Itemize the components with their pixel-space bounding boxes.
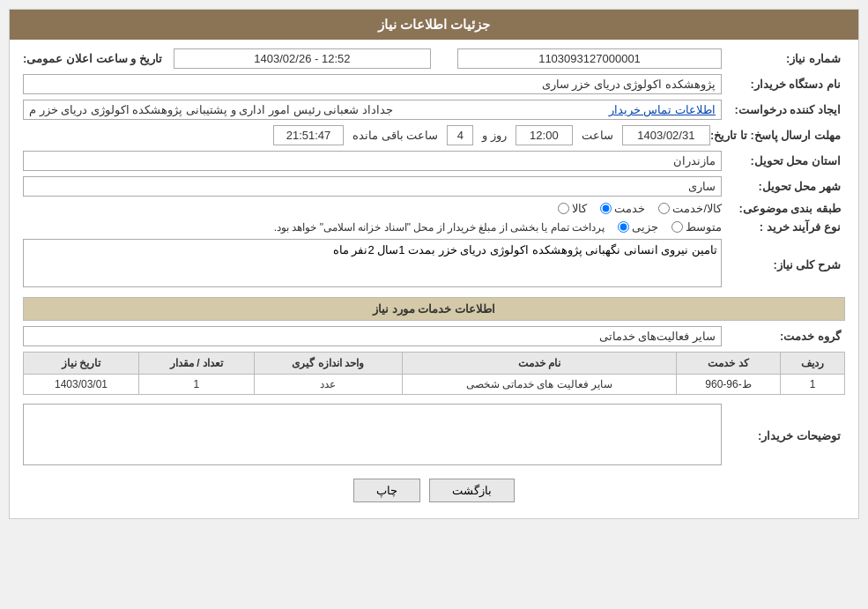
deadline-row: مهلت ارسال پاسخ: تا تاریخ: 1403/02/31 سا… bbox=[23, 125, 845, 145]
page-container: جزئیات اطلاعات نیاز شماره نیاز: 11030931… bbox=[0, 0, 868, 609]
col-name: نام خدمت bbox=[402, 353, 677, 375]
purchase-motovaset-label: متوسط bbox=[686, 220, 722, 234]
purchase-jozyi-item: جزیی bbox=[618, 220, 658, 234]
category-radio-group: کالا/خدمت خدمت کالا bbox=[23, 202, 722, 215]
buyer-notes-row: توضیحات خریدار: bbox=[23, 404, 845, 468]
button-row: بازگشت چاپ bbox=[23, 479, 845, 502]
need-number-label: شماره نیاز: bbox=[722, 52, 845, 65]
description-label: شرح کلی نیاز: bbox=[722, 258, 845, 271]
buyer-notes-label: توضیحات خریدار: bbox=[722, 429, 845, 442]
services-table-container: ردیف کد خدمت نام خدمت واحد اندازه گیری ت… bbox=[23, 352, 845, 395]
row-code: ط-96-960 bbox=[677, 375, 781, 395]
buyer-org-row: نام دستگاه خریدار: پژوهشکده اکولوژی دریا… bbox=[23, 74, 845, 94]
province-label: استان محل تحویل: bbox=[722, 154, 845, 167]
category-kala-label: کالا bbox=[572, 202, 587, 215]
purchase-type-section: متوسط جزیی پرداخت تمام یا بخشی از مبلغ خ… bbox=[23, 220, 722, 234]
table-head: ردیف کد خدمت نام خدمت واحد اندازه گیری ت… bbox=[24, 353, 845, 375]
creator-text: جداداد شعبانی رئیس امور اداری و پشتیبانی… bbox=[29, 103, 393, 116]
province-row: استان محل تحویل: مازندران bbox=[23, 151, 845, 171]
panel-body: شماره نیاز: 1103093127000001 1403/02/26 … bbox=[10, 40, 858, 518]
creator-input: اطلاعات تماس خریدار جداداد شعبانی رئیس ا… bbox=[23, 100, 722, 120]
col-row: ردیف bbox=[780, 353, 844, 375]
row-number: 1 bbox=[780, 375, 844, 395]
category-row: طبقه بندی موضوعی: کالا/خدمت خدمت کالا bbox=[23, 202, 845, 215]
col-code: کد خدمت bbox=[677, 353, 781, 375]
purchase-type-group: متوسط جزیی پرداخت تمام یا بخشی از مبلغ خ… bbox=[23, 220, 722, 234]
table-row: 1 ط-96-960 سایر فعالیت های خدماتی شخصی ع… bbox=[24, 375, 845, 395]
services-section-header: اطلاعات خدمات مورد نیاز bbox=[23, 297, 845, 321]
service-group-label: گروه خدمت: bbox=[722, 330, 845, 343]
buyer-notes-value bbox=[23, 404, 722, 468]
category-label: طبقه بندی موضوعی: bbox=[722, 202, 845, 215]
row-quantity: 1 bbox=[138, 375, 254, 395]
category-khadamat-radio[interactable] bbox=[600, 203, 612, 214]
purchase-motovaset-radio[interactable] bbox=[671, 221, 683, 233]
purchase-jozyi-radio[interactable] bbox=[618, 221, 629, 233]
deadline-time: 12:00 bbox=[516, 125, 573, 145]
purchase-type-row: نوع فرآیند خرید : متوسط جزیی پرداخت تمام… bbox=[23, 220, 845, 234]
creator-label: ایجاد کننده درخواست: bbox=[722, 103, 845, 116]
deadline-label: مهلت ارسال پاسخ: تا تاریخ: bbox=[710, 129, 845, 142]
col-date: تاریخ نیاز bbox=[24, 353, 139, 375]
service-group-input: سایر فعالیت‌های خدماتی bbox=[23, 326, 722, 346]
purchase-motovaset-item: متوسط bbox=[671, 220, 722, 234]
city-value: ساری bbox=[23, 176, 722, 197]
row-date: 1403/03/01 bbox=[24, 375, 139, 395]
creator-value: اطلاعات تماس خریدار جداداد شعبانی رئیس ا… bbox=[23, 100, 722, 120]
service-group-row: گروه خدمت: سایر فعالیت‌های خدماتی bbox=[23, 326, 845, 346]
purchase-type-label: نوع فرآیند خرید : bbox=[722, 220, 845, 234]
deadline-date: 1403/02/31 bbox=[622, 125, 710, 145]
announce-label: تاریخ و ساعت اعلان عمومی: bbox=[23, 52, 167, 65]
main-panel: جزئیات اطلاعات نیاز شماره نیاز: 11030931… bbox=[9, 9, 859, 519]
announce-section: 1403/02/26 - 12:52 تاریخ و ساعت اعلان عم… bbox=[23, 48, 431, 69]
city-input: ساری bbox=[23, 176, 722, 197]
announce-value: 1403/02/26 - 12:52 bbox=[174, 48, 431, 69]
province-input: مازندران bbox=[23, 151, 722, 171]
buyer-org-input: پژوهشکده اکولوژی دریای خزر ساری bbox=[23, 74, 722, 94]
row-unit: عدد bbox=[254, 375, 402, 395]
need-number-row: شماره نیاز: 1103093127000001 1403/02/26 … bbox=[23, 48, 845, 69]
deadline-section: 1403/02/31 ساعت 12:00 روز و 4 ساعت باقی … bbox=[23, 125, 710, 145]
service-group-value: سایر فعالیت‌های خدماتی bbox=[23, 326, 722, 346]
city-row: شهر محل تحویل: ساری bbox=[23, 176, 845, 197]
city-label: شهر محل تحویل: bbox=[722, 180, 845, 193]
buyer-notes-textarea[interactable] bbox=[23, 404, 722, 465]
need-number-value: 1103093127000001 bbox=[457, 48, 722, 69]
row-name: سایر فعالیت های خدماتی شخصی bbox=[402, 375, 677, 395]
creator-row: ایجاد کننده درخواست: اطلاعات تماس خریدار… bbox=[23, 100, 845, 120]
category-kala-khadamat-item: کالا/خدمت bbox=[658, 202, 722, 215]
deadline-days: 4 bbox=[447, 125, 473, 145]
deadline-remain-label: ساعت باقی مانده bbox=[352, 129, 438, 142]
category-kala-khadamat-radio[interactable] bbox=[658, 203, 670, 214]
category-kala-item: کالا bbox=[558, 202, 587, 215]
deadline-days-label: روز و bbox=[482, 129, 507, 142]
category-khadamat-label: خدمت bbox=[614, 202, 645, 215]
description-value bbox=[23, 239, 722, 290]
purchase-jozyi-label: جزیی bbox=[632, 220, 658, 234]
panel-header: جزئیات اطلاعات نیاز bbox=[10, 10, 858, 40]
deadline-remain: 21:51:47 bbox=[273, 125, 344, 145]
buyer-org-label: نام دستگاه خریدار: bbox=[722, 78, 845, 91]
table-header-row: ردیف کد خدمت نام خدمت واحد اندازه گیری ت… bbox=[24, 353, 845, 375]
province-value: مازندران bbox=[23, 151, 722, 171]
panel-title: جزئیات اطلاعات نیاز bbox=[378, 17, 490, 32]
category-kala-khadamat-label: کالا/خدمت bbox=[672, 202, 722, 215]
col-quantity: تعداد / مقدار bbox=[138, 353, 254, 375]
category-kala-radio[interactable] bbox=[558, 203, 569, 214]
col-unit: واحد اندازه گیری bbox=[254, 353, 402, 375]
description-textarea[interactable] bbox=[23, 239, 722, 287]
table-body: 1 ط-96-960 سایر فعالیت های خدماتی شخصی ع… bbox=[24, 375, 845, 395]
category-khadamat-item: خدمت bbox=[600, 202, 645, 215]
buyer-org-value: پژوهشکده اکولوژی دریای خزر ساری bbox=[23, 74, 722, 94]
purchase-note: پرداخت تمام یا بخشی از مبلغ خریدار از مح… bbox=[274, 221, 605, 234]
back-button[interactable]: بازگشت bbox=[429, 479, 515, 502]
category-section: کالا/خدمت خدمت کالا bbox=[23, 202, 722, 215]
print-button[interactable]: چاپ bbox=[353, 479, 420, 502]
description-row: شرح کلی نیاز: bbox=[23, 239, 845, 290]
need-number-input: 1103093127000001 bbox=[457, 48, 722, 69]
contact-link[interactable]: اطلاعات تماس خریدار bbox=[609, 103, 716, 116]
deadline-time-label: ساعت bbox=[582, 129, 613, 142]
services-table: ردیف کد خدمت نام خدمت واحد اندازه گیری ت… bbox=[23, 352, 845, 395]
